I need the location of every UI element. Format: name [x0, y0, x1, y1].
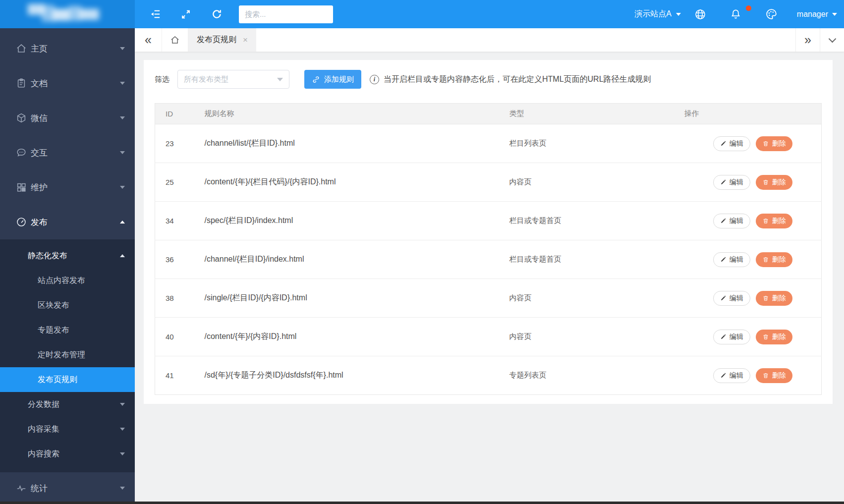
- submenu-group-label: 分发数据: [28, 399, 59, 410]
- sidebar-item-scheduled-publish[interactable]: 定时发布管理: [0, 342, 135, 367]
- trash-icon: [762, 179, 769, 186]
- delete-button[interactable]: 删除: [756, 214, 792, 228]
- document-icon: [16, 78, 27, 89]
- delete-button[interactable]: 删除: [756, 291, 792, 306]
- sidebar-item-distribute-data[interactable]: 分发数据: [0, 392, 135, 417]
- submenu-group-label: 内容搜索: [28, 449, 59, 459]
- row-actions: 编辑 删除: [684, 330, 822, 344]
- add-rule-label: 添加规则: [324, 75, 354, 84]
- notifications-bell-icon[interactable]: [730, 0, 742, 28]
- sidebar-item-site-content-publish[interactable]: 站点内容发布: [0, 268, 135, 293]
- rule-type-cell: 栏目列表页: [509, 124, 684, 163]
- chevron-down-icon: [120, 186, 125, 189]
- theme-palette-icon[interactable]: [765, 0, 778, 28]
- tabs-menu-chevron-icon[interactable]: [820, 28, 844, 52]
- collapse-sidebar-icon[interactable]: [140, 0, 170, 28]
- chevron-down-icon: [120, 151, 125, 154]
- sidebar-top-menu: 主页 文档 微信 交互 维护: [0, 28, 135, 239]
- edit-label: 编辑: [730, 294, 743, 303]
- delete-label: 删除: [772, 217, 786, 225]
- sidebar-item-documents[interactable]: 文档: [0, 66, 135, 101]
- edit-label: 编辑: [730, 333, 743, 341]
- sidebar-item-maintenance[interactable]: 维护: [0, 170, 135, 205]
- table-row: 38 /single/{栏目ID}/{内容ID}.html 内容页 编辑: [155, 279, 822, 318]
- rule-id-cell: 36: [155, 240, 205, 279]
- table-row: 41 /sd{年}/{专题子分类ID}/dsfdsfsf{年}.html 专题列…: [155, 356, 822, 395]
- sidebar-item-stats[interactable]: 统计: [0, 472, 135, 504]
- sidebar-item-publish[interactable]: 发布: [0, 205, 135, 239]
- rule-id-cell: 25: [155, 163, 205, 202]
- publish-type-select[interactable]: 所有发布类型: [177, 70, 289, 89]
- submenu-group-label: 内容采集: [28, 424, 59, 435]
- rule-name-cell: /single/{栏目ID}/{内容ID}.html: [205, 279, 509, 318]
- row-actions: 编辑 删除: [684, 252, 822, 267]
- close-icon[interactable]: ×: [243, 36, 248, 44]
- user-menu[interactable]: manager: [797, 10, 837, 19]
- select-placeholder: 所有发布类型: [184, 75, 228, 84]
- chevron-down-icon: [120, 428, 125, 431]
- sidebar-item-content-collect[interactable]: 内容采集: [0, 417, 135, 442]
- pencil-icon: [720, 372, 727, 379]
- pulse-icon: [16, 483, 27, 494]
- submenu-item-label: 站点内容发布: [38, 276, 85, 286]
- sidebar-item-wechat[interactable]: 微信: [0, 101, 135, 135]
- scroll-tabs-left-icon[interactable]: «: [135, 28, 162, 52]
- trash-icon: [762, 256, 769, 263]
- delete-button[interactable]: 删除: [756, 136, 792, 151]
- fullscreen-icon[interactable]: [170, 0, 201, 28]
- edit-button[interactable]: 编辑: [713, 330, 750, 344]
- row-actions: 编辑 删除: [684, 214, 822, 228]
- sidebar-item-topic-publish[interactable]: 专题发布: [0, 318, 135, 342]
- delete-button[interactable]: 删除: [756, 368, 792, 383]
- delete-button[interactable]: 删除: [756, 330, 792, 344]
- sidebar-item-label: 微信: [31, 112, 120, 124]
- scroll-tabs-right-icon[interactable]: »: [795, 28, 820, 52]
- edit-button[interactable]: 编辑: [713, 368, 750, 383]
- delete-button[interactable]: 删除: [756, 252, 792, 267]
- edit-button[interactable]: 编辑: [713, 175, 750, 190]
- edit-label: 编辑: [730, 139, 743, 148]
- chevron-down-icon: [120, 116, 125, 119]
- edit-label: 编辑: [730, 217, 743, 225]
- edit-button[interactable]: 编辑: [713, 214, 750, 228]
- submenu-item-label: 区块发布: [38, 300, 69, 311]
- sidebar-item-interaction[interactable]: 交互: [0, 135, 135, 170]
- pencil-icon: [720, 295, 727, 301]
- edit-button[interactable]: 编辑: [713, 291, 750, 306]
- search-input[interactable]: [239, 5, 333, 23]
- sidebar-item-block-publish[interactable]: 区块发布: [0, 293, 135, 318]
- sidebar-item-content-search[interactable]: 内容搜索: [0, 442, 135, 466]
- home-tab-button[interactable]: [162, 28, 188, 52]
- rule-id-cell: 40: [155, 318, 205, 356]
- info-icon: i: [370, 75, 379, 84]
- sidebar-item-home[interactable]: 主页: [0, 31, 135, 66]
- refresh-icon[interactable]: [201, 0, 232, 28]
- row-actions: 编辑 删除: [684, 175, 822, 190]
- rule-id-cell: 41: [155, 356, 205, 395]
- submenu-item-label: 发布页规则: [38, 375, 77, 385]
- table-row: 34 /spec/{栏目ID}/index.html 栏目或专题首页 编辑: [155, 202, 822, 240]
- rule-name-cell: /content/{年}/{内容ID}.html: [205, 318, 509, 356]
- topbar: 演示站点A manager: [0, 0, 844, 28]
- edit-button[interactable]: 编辑: [713, 136, 750, 151]
- sidebar-item-static-publish[interactable]: 静态化发布: [0, 243, 135, 268]
- edit-button[interactable]: 编辑: [713, 252, 750, 267]
- delete-button[interactable]: 删除: [756, 175, 792, 190]
- tab-publish-page-rules[interactable]: 发布页规则 ×: [188, 28, 256, 52]
- home-icon: [170, 35, 180, 45]
- table-header-row: ID 规则名称 类型 操作: [155, 104, 822, 124]
- rule-type-cell: 专题列表页: [509, 356, 684, 395]
- language-globe-icon[interactable]: [694, 0, 707, 28]
- column-header-actions: 操作: [684, 104, 822, 124]
- sidebar-item-label: 统计: [31, 483, 120, 494]
- topbar-main: 演示站点A manager: [135, 0, 844, 28]
- rule-name-cell: /channel/list/{栏目ID}.html: [205, 124, 509, 163]
- site-selector[interactable]: 演示站点A: [634, 9, 681, 19]
- delete-label: 删除: [772, 294, 786, 303]
- publish-rules-card: 筛选 所有发布类型 添加规则 i 当开启栏目或专题内容静态化后，可在此定义HTM…: [144, 60, 833, 404]
- add-rule-button[interactable]: 添加规则: [304, 70, 361, 89]
- pencil-icon: [720, 179, 727, 185]
- sidebar-item-publish-page-rules[interactable]: 发布页规则: [0, 367, 135, 392]
- tab-label: 发布页规则: [197, 35, 236, 45]
- sidebar-item-label: 发布: [31, 217, 120, 228]
